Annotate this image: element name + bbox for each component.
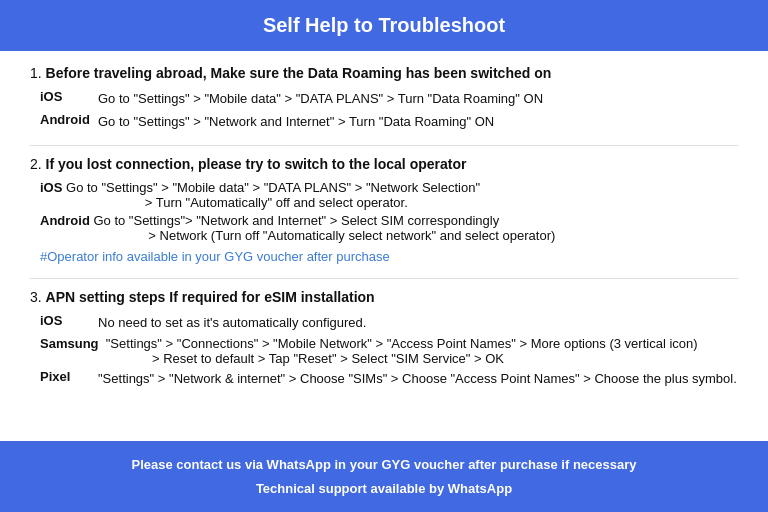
main-content: 1. Before traveling abroad, Make sure th… (0, 51, 768, 412)
section-2-ios-block: iOS Go to "Settings" > "Mobile data" > "… (30, 180, 738, 210)
section-3-pixel-row: Pixel "Settings" > "Network & internet" … (30, 369, 738, 389)
samsung-detail-b: > Reset to default > Tap "Reset" > Selec… (40, 351, 504, 366)
samsung-detail-a: "Settings" > "Connections" > "Mobile Net… (106, 336, 698, 351)
section-1-heading: Before traveling abroad, Make sure the D… (46, 65, 552, 81)
footer-line1: Please contact us via WhatsApp in your G… (20, 453, 748, 476)
android-detail-2a: Go to "Settings"> "Network and Internet"… (93, 213, 499, 228)
ios-label-3: iOS (40, 313, 98, 328)
ios-label-2: iOS (40, 180, 66, 195)
android-detail-1: Go to "Settings" > "Network and Internet… (98, 112, 738, 132)
section-1-number: 1. (30, 65, 46, 81)
samsung-label: Samsung (40, 336, 99, 351)
page-header: Self Help to Troubleshoot (0, 0, 768, 51)
section-1-title: 1. Before traveling abroad, Make sure th… (30, 65, 738, 81)
section-1: 1. Before traveling abroad, Make sure th… (30, 65, 738, 131)
android-label-1: Android (40, 112, 98, 127)
ios-detail-2a: Go to "Settings" > "Mobile data" > "DATA… (66, 180, 480, 195)
pixel-detail: "Settings" > "Network & internet" > Choo… (98, 369, 738, 389)
section-2-number: 2. (30, 156, 46, 172)
section-1-android-row: Android Go to "Settings" > "Network and … (30, 112, 738, 132)
section-3-title: 3. APN setting steps If required for eSI… (30, 289, 738, 305)
section-2-title: 2. If you lost connection, please try to… (30, 156, 738, 172)
section-3-ios-row: iOS No need to set as it's automatically… (30, 313, 738, 333)
ios-label-1: iOS (40, 89, 98, 104)
footer-line2: Technical support available by WhatsApp (20, 477, 748, 500)
pixel-label: Pixel (40, 369, 98, 384)
android-detail-2b: > Network (Turn off "Automatically selec… (40, 228, 555, 243)
section-3-number: 3. (30, 289, 46, 305)
divider-1 (30, 145, 738, 146)
section-1-ios-row: iOS Go to "Settings" > "Mobile data" > "… (30, 89, 738, 109)
ios-detail-3: No need to set as it's automatically con… (98, 313, 738, 333)
divider-2 (30, 278, 738, 279)
section-3-samsung-block: Samsung "Settings" > "Connections" > "Mo… (30, 336, 738, 366)
section-2: 2. If you lost connection, please try to… (30, 156, 738, 264)
section-2-android-block: Android Go to "Settings"> "Network and I… (30, 213, 738, 243)
gyg-voucher-link: #Operator info available in your GYG vou… (30, 249, 738, 264)
ios-detail-2b: > Turn "Automatically" off and select op… (40, 195, 408, 210)
section-2-heading: If you lost connection, please try to sw… (46, 156, 467, 172)
android-label-2: Android (40, 213, 93, 228)
page-title: Self Help to Troubleshoot (20, 14, 748, 37)
ios-detail-1: Go to "Settings" > "Mobile data" > "DATA… (98, 89, 738, 109)
section-3: 3. APN setting steps If required for eSI… (30, 289, 738, 388)
section-3-heading: APN setting steps If required for eSIM i… (46, 289, 375, 305)
page-footer: Please contact us via WhatsApp in your G… (0, 441, 768, 512)
